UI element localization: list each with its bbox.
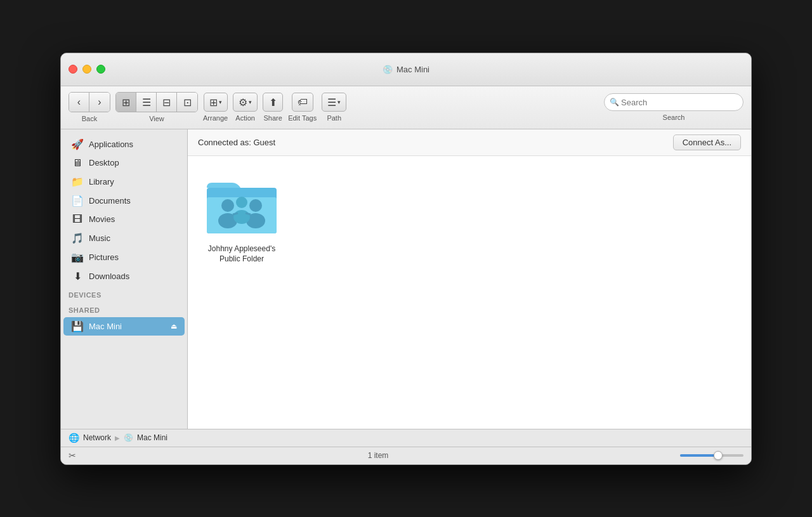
view-icon-button[interactable]: ⊞ [116,93,136,112]
sidebar-item-desktop[interactable]: 🖥 Desktop [63,154,185,172]
path-arrow-icon: ▾ [337,99,341,105]
sidebar-item-label: Movies [89,214,115,224]
share-group: ⬆ Share [263,93,283,122]
downloads-icon: ⬇ [71,270,84,282]
path-bar: 🌐 Network ▶ 💿 Mac Mini [61,429,751,447]
tools-icon[interactable]: ✂ [69,450,76,461]
mac-mini-path-icon: 💿 [124,433,133,442]
path-label: Path [327,114,341,122]
tag-icon: 🏷 [298,96,308,108]
slider-track [680,454,743,457]
finder-window: 💿 Mac Mini ‹ › Back ⊞ ☰ ⊟ ⊡ View [60,53,752,465]
title-text: Mac Mini [396,65,429,74]
svg-line-8 [233,213,238,214]
title-bar: 💿 Mac Mini [61,53,751,86]
view-list-button[interactable]: ☰ [136,93,157,112]
main-content: 🚀 Applications 🖥 Desktop 📁 Library 📄 Doc… [61,129,751,429]
item-count: 1 item [76,451,680,460]
sidebar-item-movies[interactable]: 🎞 Movies [63,211,185,228]
applications-icon: 🚀 [71,138,84,150]
file-item-public-folder[interactable]: Johhny Appleseed'sPublic Folder [200,169,283,272]
sidebar-item-label: Documents [89,196,131,206]
shared-folder-icon [204,175,280,239]
disk-icon: 💿 [383,65,393,74]
arrange-label: Arrange [203,114,228,122]
svg-point-7 [233,210,250,224]
sidebar-item-label: Downloads [89,272,129,281]
share-button[interactable]: ⬆ [263,93,283,112]
view-label: View [149,115,164,122]
path-button[interactable]: ☰ ▾ [322,93,346,112]
view-columns-button[interactable]: ⊟ [157,93,177,112]
file-area: Connected as: Guest Connect As... [188,129,751,429]
mac-mini-icon: 💾 [71,320,84,332]
forward-button[interactable]: › [89,93,110,112]
movies-icon: 🎞 [71,214,84,225]
action-label: Action [235,114,255,122]
nav-buttons: ‹ › [69,92,110,112]
network-icon: 🌐 [69,433,79,443]
maximize-button[interactable] [96,65,105,74]
window-title: 💿 Mac Mini [383,65,429,74]
network-label: Network [83,433,111,442]
mac-mini-path-label: Mac Mini [137,433,167,442]
edit-tags-button[interactable]: 🏷 [292,93,313,112]
view-group: ⊞ ☰ ⊟ ⊡ View [115,92,198,122]
nav-group: ‹ › Back [69,92,110,122]
sidebar-item-label: Applications [89,140,133,149]
sidebar-item-mac-mini[interactable]: 💾 Mac Mini ⏏ [63,317,185,336]
zoom-slider[interactable] [680,454,743,457]
share-label: Share [263,114,282,122]
sidebar-item-label: Desktop [89,158,119,167]
sidebar-item-label: Library [89,177,114,187]
connection-text: Connected as: Guest [198,138,275,147]
svg-point-6 [236,197,247,208]
view-buttons: ⊞ ☰ ⊟ ⊡ [115,92,198,112]
desktop-icon: 🖥 [71,157,84,169]
connect-as-button[interactable]: Connect As... [673,134,741,150]
action-button[interactable]: ⚙ ▾ [233,93,258,112]
sidebar-item-label: Mac Mini [89,322,122,331]
back-button[interactable]: ‹ [69,93,89,112]
eject-icon[interactable]: ⏏ [171,322,177,330]
arrange-button[interactable]: ⊞ ▾ [204,93,228,112]
share-icon: ⬆ [269,96,277,108]
arrange-group: ⊞ ▾ Arrange [203,93,228,122]
minimize-button[interactable] [82,65,91,74]
action-group: ⚙ ▾ Action [233,93,258,122]
view-coverflow-button[interactable]: ⊡ [177,93,197,112]
sidebar-item-downloads[interactable]: ⬇ Downloads [63,267,185,285]
sidebar-item-applications[interactable]: 🚀 Applications [63,135,185,154]
status-left: ✂ [69,450,76,461]
pictures-icon: 📷 [71,251,84,263]
devices-section-header: Devices [61,286,187,301]
edit-tags-label: Edit Tags [288,114,317,122]
search-wrapper: 🔍 Search [604,93,743,121]
sidebar-item-label: Pictures [89,252,119,262]
connection-bar: Connected as: Guest Connect As... [188,129,751,156]
search-input[interactable] [604,93,743,111]
sidebar-item-label: Music [89,233,110,243]
action-arrow-icon: ▾ [249,99,252,105]
search-inner: 🔍 [604,93,743,111]
close-button[interactable] [69,65,77,74]
svg-point-4 [249,199,262,212]
sidebar: 🚀 Applications 🖥 Desktop 📁 Library 📄 Doc… [61,129,188,429]
sidebar-item-music[interactable]: 🎵 Music [63,229,185,247]
music-icon: 🎵 [71,232,84,244]
status-bar: ✂ 1 item [61,447,751,464]
sidebar-item-documents[interactable]: 📄 Documents [63,192,185,210]
shared-section-header: Shared [61,301,187,317]
slider-fill [680,454,718,457]
sidebar-item-pictures[interactable]: 📷 Pictures [63,248,185,266]
sidebar-item-library[interactable]: 📁 Library [63,173,185,191]
files-grid: Johhny Appleseed'sPublic Folder [188,156,751,429]
status-right [680,454,743,457]
toolbar: ‹ › Back ⊞ ☰ ⊟ ⊡ View ⊞ ▾ Arrange [61,86,751,129]
slider-thumb[interactable] [714,451,723,460]
library-icon: 📁 [71,176,84,188]
documents-icon: 📄 [71,195,84,207]
svg-point-2 [221,199,234,212]
edit-tags-group: 🏷 Edit Tags [288,93,317,122]
svg-line-9 [246,213,251,214]
